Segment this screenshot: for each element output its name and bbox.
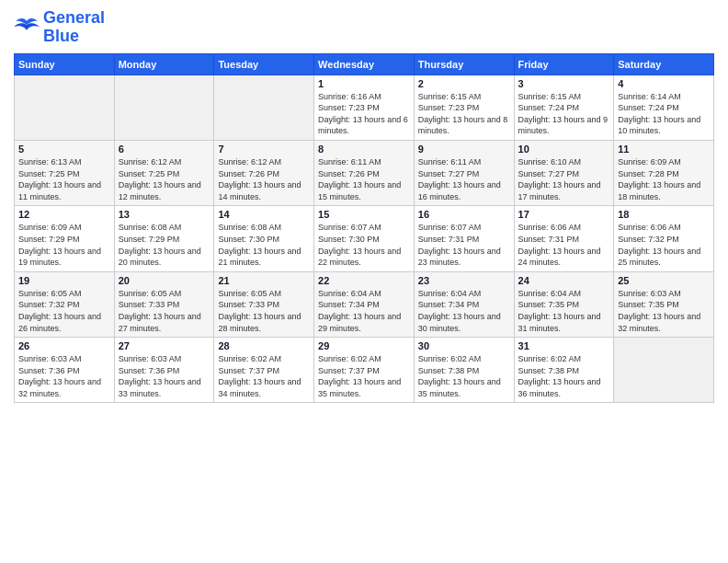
day-info: Sunrise: 6:06 AMSunset: 7:31 PMDaylight:… [518,222,610,268]
day-info: Sunrise: 6:15 AMSunset: 7:24 PMDaylight:… [518,91,610,137]
day-info: Sunrise: 6:03 AMSunset: 7:35 PMDaylight:… [618,288,710,334]
calendar-cell: 24Sunrise: 6:04 AMSunset: 7:35 PMDayligh… [514,271,614,337]
calendar-cell: 14Sunrise: 6:08 AMSunset: 7:30 PMDayligh… [214,206,314,271]
calendar-cell: 13Sunrise: 6:08 AMSunset: 7:29 PMDayligh… [114,206,214,271]
calendar-cell: 16Sunrise: 6:07 AMSunset: 7:31 PMDayligh… [414,206,514,271]
calendar-cell: 2Sunrise: 6:15 AMSunset: 7:23 PMDaylight… [414,75,514,140]
day-info: Sunrise: 6:02 AMSunset: 7:38 PMDaylight:… [518,353,610,399]
day-number: 23 [418,275,510,286]
week-row-2: 12Sunrise: 6:09 AMSunset: 7:29 PMDayligh… [15,206,714,271]
day-info: Sunrise: 6:08 AMSunset: 7:29 PMDaylight:… [119,222,210,268]
day-info: Sunrise: 6:05 AMSunset: 7:33 PMDaylight:… [218,288,310,334]
day-number: 25 [618,275,710,286]
calendar-cell: 8Sunrise: 6:11 AMSunset: 7:26 PMDaylight… [314,140,415,205]
day-info: Sunrise: 6:02 AMSunset: 7:37 PMDaylight:… [318,353,410,399]
calendar-cell: 1Sunrise: 6:16 AMSunset: 7:23 PMDaylight… [314,75,415,140]
day-info: Sunrise: 6:03 AMSunset: 7:36 PMDaylight:… [119,353,210,399]
day-info: Sunrise: 6:04 AMSunset: 7:35 PMDaylight:… [518,288,610,334]
week-row-0: 1Sunrise: 6:16 AMSunset: 7:23 PMDaylight… [15,75,714,140]
calendar-cell: 18Sunrise: 6:06 AMSunset: 7:32 PMDayligh… [614,206,714,271]
day-number: 2 [418,78,510,89]
calendar-cell: 29Sunrise: 6:02 AMSunset: 7:37 PMDayligh… [314,338,415,403]
header-day-friday: Friday [514,53,614,75]
calendar-cell: 28Sunrise: 6:02 AMSunset: 7:37 PMDayligh… [214,338,314,403]
day-info: Sunrise: 6:04 AMSunset: 7:34 PMDaylight:… [318,288,410,334]
day-number: 5 [18,144,110,155]
day-number: 14 [218,209,310,220]
day-info: Sunrise: 6:09 AMSunset: 7:29 PMDaylight:… [18,222,110,268]
day-info: Sunrise: 6:07 AMSunset: 7:31 PMDaylight:… [418,222,510,268]
week-row-3: 19Sunrise: 6:05 AMSunset: 7:32 PMDayligh… [15,271,714,337]
calendar-cell: 15Sunrise: 6:07 AMSunset: 7:30 PMDayligh… [314,206,415,271]
header-row: SundayMondayTuesdayWednesdayThursdayFrid… [15,53,714,75]
header-day-saturday: Saturday [614,53,714,75]
calendar-cell [214,75,314,140]
calendar-cell: 12Sunrise: 6:09 AMSunset: 7:29 PMDayligh… [15,206,115,271]
calendar-cell: 11Sunrise: 6:09 AMSunset: 7:28 PMDayligh… [614,140,714,205]
day-info: Sunrise: 6:09 AMSunset: 7:28 PMDaylight:… [618,156,710,202]
calendar-cell: 27Sunrise: 6:03 AMSunset: 7:36 PMDayligh… [114,338,214,403]
calendar-header: SundayMondayTuesdayWednesdayThursdayFrid… [15,53,714,75]
day-number: 9 [418,144,510,155]
header: General Blue [14,9,714,46]
day-number: 12 [18,209,110,220]
calendar-cell: 25Sunrise: 6:03 AMSunset: 7:35 PMDayligh… [614,271,714,337]
day-info: Sunrise: 6:12 AMSunset: 7:26 PMDaylight:… [218,156,310,202]
page: General Blue SundayMondayTuesdayWednesda… [0,0,728,563]
day-info: Sunrise: 6:05 AMSunset: 7:32 PMDaylight:… [18,288,110,334]
day-number: 19 [18,275,110,286]
calendar-cell: 22Sunrise: 6:04 AMSunset: 7:34 PMDayligh… [314,271,415,337]
day-number: 16 [418,209,510,220]
day-number: 4 [618,78,710,89]
day-number: 13 [119,209,210,220]
day-info: Sunrise: 6:06 AMSunset: 7:32 PMDaylight:… [618,222,710,268]
calendar-cell [614,338,714,403]
header-day-tuesday: Tuesday [214,53,314,75]
calendar-table: SundayMondayTuesdayWednesdayThursdayFrid… [14,53,714,404]
day-info: Sunrise: 6:07 AMSunset: 7:30 PMDaylight:… [318,222,410,268]
day-info: Sunrise: 6:11 AMSunset: 7:26 PMDaylight:… [318,156,410,202]
day-info: Sunrise: 6:08 AMSunset: 7:30 PMDaylight:… [218,222,310,268]
logo-bird-icon [14,17,40,38]
header-day-wednesday: Wednesday [314,53,415,75]
day-info: Sunrise: 6:14 AMSunset: 7:24 PMDaylight:… [618,91,710,137]
calendar-cell: 26Sunrise: 6:03 AMSunset: 7:36 PMDayligh… [15,338,115,403]
day-number: 31 [518,340,610,351]
header-day-sunday: Sunday [15,53,115,75]
day-info: Sunrise: 6:12 AMSunset: 7:25 PMDaylight:… [119,156,210,202]
calendar-cell: 21Sunrise: 6:05 AMSunset: 7:33 PMDayligh… [214,271,314,337]
calendar-cell: 9Sunrise: 6:11 AMSunset: 7:27 PMDaylight… [414,140,514,205]
day-number: 8 [318,144,410,155]
calendar-cell: 4Sunrise: 6:14 AMSunset: 7:24 PMDaylight… [614,75,714,140]
calendar-cell: 20Sunrise: 6:05 AMSunset: 7:33 PMDayligh… [114,271,214,337]
day-info: Sunrise: 6:02 AMSunset: 7:38 PMDaylight:… [418,353,510,399]
calendar-body: 1Sunrise: 6:16 AMSunset: 7:23 PMDaylight… [15,75,714,403]
day-number: 6 [119,144,210,155]
calendar-cell [15,75,115,140]
day-number: 24 [518,275,610,286]
day-info: Sunrise: 6:05 AMSunset: 7:33 PMDaylight:… [119,288,210,334]
day-info: Sunrise: 6:16 AMSunset: 7:23 PMDaylight:… [318,91,410,137]
day-info: Sunrise: 6:15 AMSunset: 7:23 PMDaylight:… [418,91,510,137]
logo: General Blue [14,9,105,46]
day-number: 3 [518,78,610,89]
day-info: Sunrise: 6:10 AMSunset: 7:27 PMDaylight:… [518,156,610,202]
header-day-thursday: Thursday [414,53,514,75]
day-number: 10 [518,144,610,155]
day-number: 22 [318,275,410,286]
calendar-cell: 7Sunrise: 6:12 AMSunset: 7:26 PMDaylight… [214,140,314,205]
day-info: Sunrise: 6:03 AMSunset: 7:36 PMDaylight:… [18,353,110,399]
calendar-cell: 10Sunrise: 6:10 AMSunset: 7:27 PMDayligh… [514,140,614,205]
calendar-cell: 5Sunrise: 6:13 AMSunset: 7:25 PMDaylight… [15,140,115,205]
day-number: 20 [119,275,210,286]
day-number: 26 [18,340,110,351]
day-number: 15 [318,209,410,220]
day-number: 29 [318,340,410,351]
calendar-cell: 30Sunrise: 6:02 AMSunset: 7:38 PMDayligh… [414,338,514,403]
calendar-cell [114,75,214,140]
day-number: 28 [218,340,310,351]
day-number: 1 [318,78,410,89]
calendar-cell: 19Sunrise: 6:05 AMSunset: 7:32 PMDayligh… [15,271,115,337]
day-number: 18 [618,209,710,220]
logo-text: General Blue [43,9,105,46]
